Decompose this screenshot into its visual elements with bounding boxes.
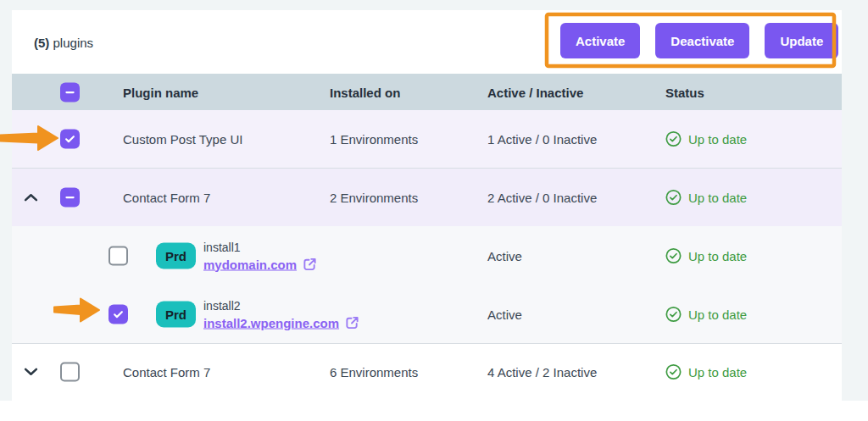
check-icon (112, 307, 125, 320)
activate-button[interactable]: Activate (560, 23, 640, 58)
plugin-name: Contact Form 7 (123, 191, 210, 205)
toolbar: (5) plugins Activate Deactivate Update (12, 10, 842, 74)
table-header: Plugin name Installed on Active / Inacti… (12, 74, 842, 110)
active-inactive-value: 4 Active / 2 Inactive (487, 365, 597, 379)
chevron-down-icon (24, 368, 38, 377)
install-name: install2 (203, 298, 359, 312)
environment-info: install1 mydomain.com (203, 240, 317, 271)
environment-checkbox[interactable] (108, 246, 128, 265)
check-circle-icon (665, 364, 682, 380)
plugin-name: Contact Form 7 (123, 365, 210, 379)
status-label: Up to date (688, 191, 747, 205)
check-circle-icon (665, 247, 682, 263)
status-label: Up to date (688, 365, 747, 379)
plugin-name: Custom Post Type UI (123, 132, 242, 147)
plugins-count-number: (5) (34, 35, 49, 49)
active-inactive-value: 2 Active / 0 Inactive (487, 191, 597, 205)
table-row-contact-form-7-expanded: Contact Form 7 2 Environments 2 Active /… (12, 169, 842, 226)
row-checkbox[interactable] (60, 188, 80, 208)
active-inactive-value: 1 Active / 0 Inactive (487, 132, 597, 147)
minus-icon (64, 191, 76, 204)
column-header-installed-on: Installed on (330, 85, 400, 99)
collapse-chevron[interactable] (24, 193, 38, 202)
status-label: Up to date (688, 307, 747, 321)
environment-active-state: Active (487, 248, 522, 263)
plugins-count: (5) plugins (34, 35, 93, 49)
external-link-icon[interactable] (303, 257, 317, 271)
install-name: install1 (203, 240, 317, 253)
status-cell: Up to date (665, 247, 747, 263)
environment-badge: Prd (156, 242, 196, 269)
plugins-panel: (5) plugins Activate Deactivate Update P… (12, 10, 842, 401)
minus-icon (64, 86, 76, 98)
installed-on-value: 6 Environments (330, 365, 418, 379)
status-cell: Up to date (665, 131, 747, 147)
table-row-custom-post-type-ui: Custom Post Type UI 1 Environments 1 Act… (12, 110, 842, 169)
status-label: Up to date (688, 132, 747, 147)
bulk-actions: Activate Deactivate Update (560, 23, 838, 58)
plugins-count-label: plugins (53, 35, 94, 49)
domain-link[interactable]: mydomain.com (203, 257, 297, 271)
check-circle-icon (665, 190, 682, 206)
installed-on-value: 1 Environments (330, 132, 418, 147)
check-circle-icon (665, 306, 682, 322)
expand-chevron[interactable] (24, 368, 38, 377)
check-circle-icon (665, 131, 682, 147)
environment-info: install2 install2.wpengine.com (203, 298, 359, 330)
status-cell: Up to date (665, 364, 747, 380)
row-checkbox[interactable] (60, 363, 80, 382)
environment-row-install1: Prd install1 mydomain.com Active Up to d… (12, 226, 842, 285)
environment-checkbox[interactable] (108, 304, 128, 324)
environment-row-install2: Prd install2 install2.wpengine.com Activ… (12, 285, 842, 343)
plugin-manager-screen: (5) plugins Activate Deactivate Update P… (0, 0, 868, 421)
chevron-up-icon (24, 193, 38, 202)
domain-link[interactable]: install2.wpengine.com (203, 315, 339, 330)
status-cell: Up to date (665, 190, 747, 206)
status-label: Up to date (688, 248, 747, 263)
status-cell: Up to date (665, 306, 747, 322)
update-button[interactable]: Update (765, 23, 838, 58)
environment-badge: Prd (156, 301, 196, 327)
column-header-plugin-name: Plugin name (123, 85, 198, 99)
row-checkbox[interactable] (60, 130, 80, 149)
table-row-contact-form-7-collapsed: Contact Form 7 6 Environments 4 Active /… (12, 343, 842, 400)
environment-active-state: Active (487, 307, 522, 321)
deactivate-button[interactable]: Deactivate (655, 23, 749, 58)
column-header-status: Status (665, 85, 704, 99)
select-all-checkbox[interactable] (60, 82, 80, 102)
check-icon (64, 133, 76, 146)
external-link-icon[interactable] (345, 315, 359, 330)
installed-on-value: 2 Environments (330, 191, 418, 205)
column-header-active-inactive: Active / Inactive (487, 85, 583, 99)
